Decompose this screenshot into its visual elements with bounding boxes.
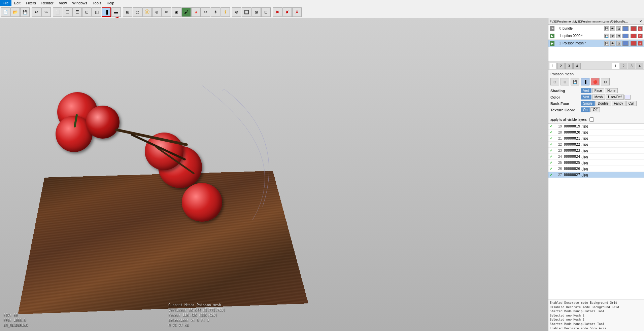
tb-mesh[interactable]: 🔺 bbox=[191, 7, 201, 17]
layer-icon-eye-0[interactable]: 👁 bbox=[610, 26, 615, 31]
undo-button[interactable]: ↩ bbox=[32, 7, 41, 17]
menu-render[interactable]: Render bbox=[39, 0, 56, 6]
tb-mode4[interactable]: ⊡ bbox=[82, 7, 92, 17]
tb-select[interactable]: ◉ bbox=[172, 7, 181, 17]
tb-cut[interactable]: ✂ bbox=[201, 7, 210, 17]
save-button[interactable]: 💾 bbox=[20, 7, 30, 17]
color-userdef-btn[interactable]: User-Def bbox=[606, 95, 624, 100]
img-row-27[interactable]: ✓ 27 00000027.jpg bbox=[548, 172, 644, 178]
color-vert-btn[interactable]: Vert bbox=[581, 95, 591, 100]
tb-mode2[interactable]: ☐ bbox=[63, 7, 72, 17]
backface-double-btn[interactable]: Double bbox=[596, 101, 611, 106]
menu-view[interactable]: View bbox=[56, 0, 70, 6]
menu-file[interactable]: File bbox=[0, 0, 11, 6]
img-row-22[interactable]: ✓ 22 00000022.jpg bbox=[548, 142, 644, 148]
tb-plus[interactable]: ⊕ bbox=[152, 7, 162, 17]
prop-icon-0[interactable]: ⊡ bbox=[550, 78, 559, 85]
layer-row-2[interactable]: ▶ 2 Poisson mesh * 💾 👁 ⊡ ⊡ bbox=[548, 40, 644, 47]
shading-none-btn[interactable]: None bbox=[605, 88, 618, 93]
shading-face-btn[interactable]: Face bbox=[592, 88, 604, 93]
tb-cloud[interactable]: ⊠ bbox=[251, 7, 261, 17]
layer-eye-2[interactable]: ▶ bbox=[550, 41, 554, 46]
menu-help[interactable]: Help bbox=[104, 0, 117, 6]
tb-del1[interactable]: ✖ bbox=[273, 7, 282, 17]
prop-icon-3[interactable]: ▐ bbox=[581, 78, 589, 85]
tab-4b-btn[interactable]: 4 bbox=[636, 63, 643, 69]
menu-filters[interactable]: Filters bbox=[23, 0, 39, 6]
tb-mode1[interactable]: ⬜ bbox=[53, 7, 62, 17]
menu-windows[interactable]: Windows bbox=[69, 0, 90, 6]
tb-lasso[interactable]: ⊛ bbox=[232, 7, 241, 17]
layer-icon-extra-0[interactable]: ⊡ bbox=[638, 26, 643, 31]
redo-button[interactable]: ↪ bbox=[41, 7, 51, 17]
tab-3b-btn[interactable]: 3 bbox=[628, 63, 635, 69]
split-vertical-button[interactable]: ▐ bbox=[102, 7, 111, 17]
prop-icon-2[interactable]: 💾 bbox=[571, 78, 579, 85]
tab-2-btn[interactable]: 2 bbox=[557, 63, 565, 69]
open-button[interactable]: 📂 bbox=[10, 7, 20, 17]
img-row-25[interactable]: ✓ 25 00000025.jpg bbox=[548, 160, 644, 166]
layer-icon-save-0[interactable]: 💾 bbox=[604, 26, 609, 31]
img-row-21[interactable]: ✓ 21 00000021.jpg bbox=[548, 136, 644, 142]
tab-1-btn[interactable]: 1 bbox=[549, 63, 556, 69]
layer-eye-1[interactable]: ▶ bbox=[550, 34, 554, 38]
tb-check[interactable]: ⊡ bbox=[261, 7, 271, 17]
tab-3-btn[interactable]: 3 bbox=[565, 63, 573, 69]
vertices-label: Vertices: 58,644 (1,771,753) bbox=[168, 307, 225, 312]
layer-icon-eye-1[interactable]: 👁 bbox=[610, 34, 615, 38]
tb-info[interactable]: ℹ bbox=[221, 7, 230, 17]
layer-icon-extra-2[interactable]: ⊡ bbox=[638, 41, 643, 46]
tb-annotate[interactable]: Ⓐ bbox=[142, 7, 152, 17]
backface-cull-btn[interactable]: Cull bbox=[626, 101, 637, 106]
layer-icon-mesh-1[interactable]: ⊡ bbox=[616, 34, 621, 38]
tb-grid[interactable]: ⊞ bbox=[123, 7, 132, 17]
texcoord-off-btn[interactable]: Off bbox=[590, 107, 600, 112]
panel-close-button[interactable]: ✕ bbox=[639, 20, 643, 23]
tb-mode3[interactable]: ☰ bbox=[72, 7, 82, 17]
tab-4-btn[interactable]: 4 bbox=[573, 63, 581, 69]
layer-icon-extra-1[interactable]: ⊡ bbox=[638, 34, 643, 38]
tb-mode5[interactable]: ◫ bbox=[92, 7, 101, 17]
texcoord-on-btn[interactable]: On bbox=[581, 107, 590, 112]
menu-tools[interactable]: Tools bbox=[90, 0, 104, 6]
img-row-24[interactable]: ✓ 24 00000024.jpg bbox=[548, 154, 644, 160]
layer-icon-mesh-0[interactable]: ⊡ bbox=[616, 26, 621, 31]
layer-icon-save-2[interactable]: 💾 bbox=[604, 41, 609, 46]
tb-sun[interactable]: ☀ bbox=[211, 7, 220, 17]
tb-circle[interactable]: ◎ bbox=[133, 7, 142, 17]
tb-rect[interactable]: 🔲 bbox=[242, 7, 251, 17]
backface-fancy-btn[interactable]: Fancy bbox=[612, 101, 625, 106]
img-row-19[interactable]: ✓ 19 00000019.jpg bbox=[548, 123, 644, 130]
new-button[interactable]: 📄 bbox=[1, 7, 10, 17]
tb-del2[interactable]: ✘ bbox=[282, 7, 292, 17]
prop-icon-4[interactable]: 🔴 bbox=[591, 78, 600, 85]
color-mesh-btn[interactable]: Mesh bbox=[592, 95, 605, 100]
tb-draw[interactable]: ✏ bbox=[162, 7, 171, 17]
img-row-26[interactable]: ✓ 26 00000026.jpg bbox=[548, 166, 644, 172]
img-row-20[interactable]: ✓ 20 00000020.jpg bbox=[548, 130, 644, 136]
img-row-23[interactable]: ✓ 23 00000023.jpg bbox=[548, 148, 644, 154]
viewport[interactable]: FOV: 60 FPS: 1000.0 BQ_RENDERING Current… bbox=[0, 18, 548, 331]
tb-del3[interactable]: ✗ bbox=[292, 7, 302, 17]
tb-color[interactable]: 🖌 bbox=[181, 7, 191, 17]
tab-1b-btn[interactable]: 1 bbox=[612, 63, 619, 69]
menu-edit[interactable]: Edit bbox=[11, 0, 23, 6]
image-list[interactable]: ✓ 19 00000019.jpg ✓ 20 00000020.jpg ✓ 21… bbox=[548, 123, 644, 299]
prop-icon-5[interactable]: ⊡ bbox=[601, 78, 610, 85]
layer-row-0[interactable]: 👁 0 bundle 💾 👁 ⊡ ⊡ bbox=[548, 25, 644, 32]
split-horizontal-button[interactable]: ▬ bbox=[111, 7, 121, 17]
shading-vert-btn[interactable]: Vert bbox=[581, 88, 591, 93]
faces-label: Faces: 116,428 (116,428) bbox=[168, 312, 225, 318]
color-label: Color bbox=[550, 95, 581, 99]
prop-icon-1[interactable]: ⊞ bbox=[561, 78, 569, 85]
layer-color-0 bbox=[622, 26, 629, 31]
layer-icon-mesh-2[interactable]: ⊡ bbox=[616, 41, 621, 46]
backface-single-btn[interactable]: Single bbox=[581, 101, 595, 106]
apply-all-checkbox[interactable] bbox=[589, 117, 594, 122]
layer-icon-eye-2[interactable]: 👁 bbox=[610, 41, 615, 46]
mode-label: Q VC VT ME bbox=[168, 323, 225, 328]
tab-2b-btn[interactable]: 2 bbox=[620, 63, 627, 69]
layer-row-1[interactable]: ▶ 1 option-0000 * 💾 👁 ⊡ ⊡ bbox=[548, 32, 644, 40]
layer-icon-save-1[interactable]: 💾 bbox=[604, 34, 609, 38]
layer-eye-0[interactable]: 👁 bbox=[550, 26, 554, 31]
